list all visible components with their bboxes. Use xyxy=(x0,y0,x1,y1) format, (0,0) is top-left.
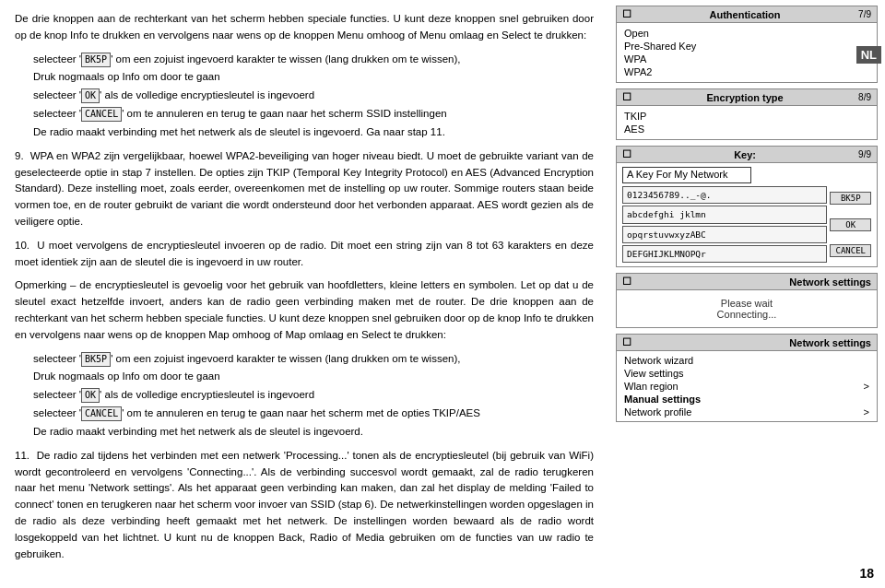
intro-paragraph: De drie knoppen aan de rechterkant van h… xyxy=(15,11,594,44)
kbd-row-3: opqrstuvwxyzABC xyxy=(622,226,827,243)
network-connecting-body: Please wait Connecting... xyxy=(617,290,877,327)
encryption-panel: ☐ Encryption type 8/9 TKIP AES xyxy=(616,88,878,140)
ok-keyboard-btn[interactable]: OK xyxy=(830,218,871,231)
connecting-status1: Please wait xyxy=(620,298,873,309)
key-header: ☐ Key: 9/9 xyxy=(617,147,877,163)
auth-item-open[interactable]: Open xyxy=(624,27,869,40)
indent-line-4: selecteer 'CANCEL' om te annuleren en te… xyxy=(15,106,594,123)
menu-item-network-profile[interactable]: Network profile > xyxy=(624,406,869,418)
indent-line-3: selecteer 'OK' als de volledige encrypti… xyxy=(15,88,594,104)
key-icon: ☐ xyxy=(622,148,631,160)
kbd-row-4: DEFGHIJKLMNOPQr xyxy=(622,245,827,263)
kbd-row-2: abcdefghi jklmn xyxy=(622,206,827,223)
network-menu-body: Network wizard View settings Wlan region… xyxy=(617,351,877,421)
authentication-body: Open Pre-Shared Key WPA WPA2 xyxy=(617,23,877,82)
indent-10b: Druk nogmaals op Info om door te gaan xyxy=(15,369,594,385)
menu-item-view-settings-label: View settings xyxy=(624,368,684,379)
right-panels: ☐ Authentication 7/9 Open Pre-Shared Key… xyxy=(608,0,885,588)
cancel-btn-2: CANCEL xyxy=(81,406,122,421)
net-menu-icon: ☐ xyxy=(622,336,631,348)
cancel-btn-1: CANCEL xyxy=(81,107,122,122)
menu-item-network-wizard-label: Network wizard xyxy=(624,355,693,366)
indent-10d: selecteer 'CANCEL' om te annuleren en te… xyxy=(15,406,594,422)
cancel-keyboard-btn[interactable]: CANCEL xyxy=(830,244,871,257)
keyboard-rows: 0123456789.._-@. abcdefghi jklmn opqrstu… xyxy=(622,186,827,263)
ok-btn-2: OK xyxy=(81,388,100,403)
menu-item-network-wizard[interactable]: Network wizard xyxy=(624,354,869,367)
menu-item-wlan-region-label: Wlan region xyxy=(624,381,678,392)
auth-item-wpa2[interactable]: WPA2 xyxy=(624,65,869,78)
network-connecting-panel: ☐ Network settings Please wait Connectin… xyxy=(616,273,878,328)
menu-item-network-profile-label: Network profile xyxy=(624,406,691,417)
menu-item-manual-settings-label: Manual settings xyxy=(624,394,701,405)
enc-icon: ☐ xyxy=(622,91,631,103)
ok-btn-1: OK xyxy=(81,88,100,103)
enc-item-aes[interactable]: AES xyxy=(624,123,869,135)
bksp-btn-2: BK5P xyxy=(81,352,111,367)
indent-10e: De radio maakt verbinding met het netwer… xyxy=(15,424,594,441)
bksp-keyboard-btn[interactable]: BK5P xyxy=(830,192,871,205)
key-text-field[interactable]: A Key For My Network xyxy=(622,167,751,183)
keyboard-buttons: BK5P OK CANCEL xyxy=(830,186,871,263)
kbd-row-1: 0123456789.._-@. xyxy=(622,186,827,204)
nl-badge: NL xyxy=(856,46,881,64)
indent-line-5: De radio maakt verbinding met het netwer… xyxy=(15,124,594,141)
encryption-title: Encryption type xyxy=(706,92,783,103)
menu-item-wlan-region-arrow: > xyxy=(864,381,869,392)
authentication-title: Authentication xyxy=(710,9,781,20)
encryption-counter: 8/9 xyxy=(858,92,871,102)
connecting-status2: Connecting... xyxy=(620,309,873,320)
page-number: 18 xyxy=(859,566,874,581)
key-body: A Key For My Network 0123456789.._-@. ab… xyxy=(617,163,877,266)
menu-item-network-profile-arrow: > xyxy=(864,406,869,417)
authentication-panel: ☐ Authentication 7/9 Open Pre-Shared Key… xyxy=(616,6,878,83)
key-panel: ☐ Key: 9/9 A Key For My Network 01234567… xyxy=(616,146,878,267)
auth-icon: ☐ xyxy=(622,8,631,20)
menu-item-wlan-region[interactable]: Wlan region > xyxy=(624,380,869,393)
menu-item-view-settings[interactable]: View settings xyxy=(624,367,869,380)
network-menu-title: Network settings xyxy=(789,337,871,348)
menu-item-manual-settings[interactable]: Manual settings xyxy=(624,393,869,406)
indent-line-2: Druk nogmaals op Info om door te gaan xyxy=(15,69,594,86)
network-connecting-title: Network settings xyxy=(789,276,871,288)
indent-10c: selecteer 'OK' als de volledige encrypti… xyxy=(15,387,594,404)
step-9-paragraph: 9. WPA en WPA2 zijn vergelijkbaar, hoewe… xyxy=(15,148,594,230)
net-connecting-icon: ☐ xyxy=(622,276,631,288)
main-content: De drie knoppen aan de rechterkant van h… xyxy=(0,0,608,588)
network-menu-header: ☐ Network settings xyxy=(617,335,877,351)
step-10-note: Opmerking – de encryptiesleutel is gevoe… xyxy=(15,277,594,343)
network-connecting-header: ☐ Network settings xyxy=(617,274,877,290)
authentication-counter: 7/9 xyxy=(858,9,871,19)
bksp-btn-1: BK5P xyxy=(81,53,111,67)
encryption-header: ☐ Encryption type 8/9 xyxy=(617,89,877,106)
key-title: Key: xyxy=(734,149,756,160)
indent-line-1: selecteer 'BK5P' om een zojuist ingevoer… xyxy=(15,52,594,68)
key-counter: 9/9 xyxy=(858,149,871,159)
enc-item-tkip[interactable]: TKIP xyxy=(624,110,869,123)
network-menu-panel: ☐ Network settings Network wizard View s… xyxy=(616,334,878,422)
keyboard-area: 0123456789.._-@. abcdefghi jklmn opqrstu… xyxy=(622,186,871,263)
step-11-paragraph: 11. De radio zal tijdens het verbinden m… xyxy=(15,448,594,563)
authentication-header: ☐ Authentication 7/9 xyxy=(617,6,877,23)
indent-10a: selecteer 'BK5P' om een zojuist ingevoer… xyxy=(15,351,594,368)
auth-item-wpa[interactable]: WPA xyxy=(624,53,869,65)
encryption-body: TKIP AES xyxy=(617,106,877,139)
auth-item-pre-shared-key[interactable]: Pre-Shared Key xyxy=(624,40,869,53)
key-input-row: A Key For My Network xyxy=(622,167,871,183)
step-10-paragraph: 10. U moet vervolgens de encryptiesleute… xyxy=(15,238,594,271)
